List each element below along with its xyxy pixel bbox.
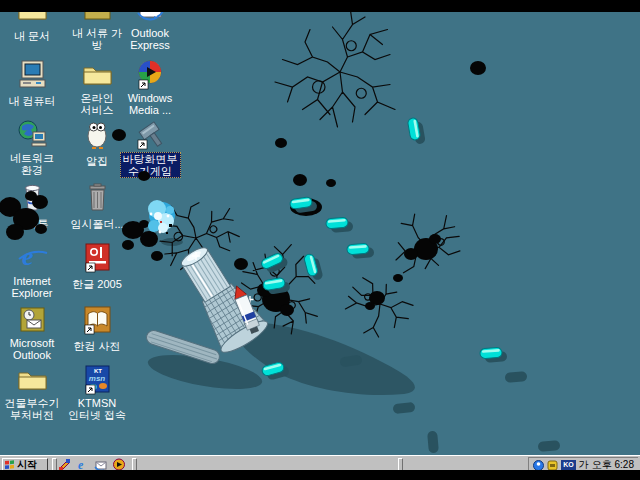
ime-indicator[interactable]: 가 <box>579 460 589 470</box>
icon-label: 한컴 사전 <box>71 340 122 352</box>
dictionary-book-icon <box>81 303 114 336</box>
internet-explorer-icon: e <box>16 241 49 274</box>
tray-yellow-icon[interactable] <box>547 460 558 471</box>
alzip-egg-icon <box>81 118 114 151</box>
desktop-icon-recycle-bin[interactable]: 휴지통 <box>0 181 64 232</box>
recycle-bin-icon <box>16 181 49 214</box>
desktop-icon-hangul-2005[interactable]: 한글 2005 <box>65 241 129 292</box>
ice-splat <box>148 200 175 234</box>
desktop-icon-smash-game[interactable]: 바탕화면부 수기게임 <box>118 118 182 179</box>
letterbox-top <box>0 0 640 12</box>
desktop-icon-microsoft-outlook[interactable]: Microsoft Outlook <box>0 303 64 363</box>
icon-label: KTMSN 인터넷 접속 <box>66 397 128 421</box>
desktop-icon-my-computer[interactable]: 내 컴퓨터 <box>0 58 64 109</box>
glint-sparkles <box>192 252 254 303</box>
keyboard-layout-indicator[interactable]: KO <box>561 460 576 470</box>
folder-icon <box>16 363 49 396</box>
windows-logo-icon <box>5 460 15 470</box>
hangul-app-icon <box>81 241 114 274</box>
icon-label: 알집 <box>84 155 110 167</box>
crack-patterns <box>138 7 470 346</box>
desktop-icon-windows-media[interactable]: Windows Media ... <box>118 58 182 118</box>
icon-label: Windows Media ... <box>126 92 175 116</box>
icon-label: 한글 2005 <box>70 278 124 290</box>
tray-blue-icon[interactable] <box>533 460 544 471</box>
hammer[interactable] <box>169 238 271 357</box>
taskbar: 시작 e <box>0 455 640 471</box>
ktmsn-icon: KT msn <box>81 363 114 396</box>
desktop-icon-temp-folder[interactable]: 임시폴더... <box>65 181 129 232</box>
icon-label: 건물부수기 부처버전 <box>3 397 62 421</box>
trash-can-icon <box>81 181 114 214</box>
capsules <box>260 117 560 453</box>
media-player-icon <box>134 58 167 91</box>
outlook-icon <box>16 303 49 336</box>
desktop-icon-ktmsn[interactable]: KT msn KTMSN 인터넷 접속 <box>65 363 129 423</box>
letterbox-bottom <box>0 470 640 480</box>
icon-label: 네트워크 환경 <box>8 152 56 176</box>
computer-icon <box>16 58 49 91</box>
network-globe-icon <box>16 118 49 151</box>
icon-label: Outlook Express <box>128 27 172 51</box>
desktop-icon-hancom-dictionary[interactable]: 한컴 사전 <box>65 303 129 354</box>
folder-icon <box>81 58 114 91</box>
desktop-icon-network-neighborhood[interactable]: 네트워크 환경 <box>0 118 64 178</box>
desktop-screen: 내 문서 내 컴퓨터 네트워크 환경 휴지통 <box>0 0 640 480</box>
icon-label: 임시폴더... <box>68 218 125 230</box>
hammer-shadow <box>145 238 414 396</box>
hammer-handle <box>145 329 222 366</box>
icon-label: 온라인 서비스 <box>79 92 116 116</box>
icon-label: Internet Explorer <box>10 275 55 299</box>
svg-text:msn: msn <box>88 374 105 383</box>
rocket <box>230 284 261 335</box>
icon-label-selected: 바탕화면부 수기게임 <box>120 152 181 178</box>
desktop-icon-internet-explorer[interactable]: e Internet Explorer <box>0 241 64 301</box>
hammer-icon <box>134 118 167 151</box>
icon-label: Microsoft Outlook <box>8 337 57 361</box>
icon-label: 휴지통 <box>14 218 51 230</box>
icon-label: 내 컴퓨터 <box>6 95 57 107</box>
desktop-icon-building-crusher[interactable]: 건물부수기 부처버전 <box>0 363 64 423</box>
icon-label: 내 문서 <box>12 30 52 42</box>
